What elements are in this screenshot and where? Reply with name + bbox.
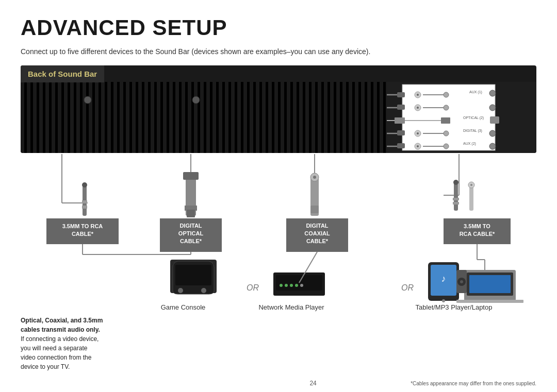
- svg-point-19: [444, 105, 449, 110]
- svg-point-38: [417, 145, 419, 147]
- svg-point-94: [280, 284, 283, 287]
- svg-text:AUX (2): AUX (2): [463, 142, 476, 146]
- svg-point-20: [489, 105, 496, 111]
- svg-rect-52: [82, 206, 87, 209]
- notes-section: Optical, Coaxial, and 3.5mm cables trans…: [21, 316, 103, 371]
- svg-rect-67: [310, 206, 319, 213]
- svg-text:OR: OR: [247, 283, 259, 292]
- svg-rect-59: [187, 210, 195, 217]
- svg-rect-28: [397, 130, 405, 135]
- page-number: 24: [216, 380, 411, 387]
- svg-text:CABLE*: CABLE*: [306, 238, 329, 244]
- svg-text:DIGITAL: DIGITAL: [306, 223, 328, 229]
- svg-rect-76: [469, 185, 473, 211]
- svg-rect-2: [21, 82, 392, 153]
- svg-text:♪: ♪: [441, 274, 446, 284]
- svg-rect-72: [454, 182, 458, 211]
- svg-point-66: [313, 176, 316, 179]
- svg-point-90: [178, 288, 183, 293]
- svg-text:OR: OR: [401, 283, 414, 292]
- svg-point-11: [444, 92, 449, 97]
- bottom-bar: 24 *Cables appearance may differ from th…: [0, 380, 557, 387]
- svg-text:OPTICAL (2): OPTICAL (2): [463, 116, 484, 120]
- svg-point-91: [201, 288, 206, 293]
- soundbar-section: Back of Sound Bar: [21, 65, 536, 153]
- svg-rect-51: [82, 200, 87, 203]
- svg-rect-36: [397, 143, 405, 148]
- svg-rect-7: [397, 92, 405, 97]
- svg-text:CABLE*: CABLE*: [180, 238, 202, 244]
- svg-rect-89: [175, 265, 211, 285]
- svg-point-9: [417, 94, 419, 96]
- tablet-laptop-label: Tablet/MP3 Player/Laptop: [413, 303, 495, 311]
- subtitle-text: Connect up to five different devices to …: [21, 46, 536, 57]
- svg-point-109: [460, 280, 463, 283]
- svg-rect-105: [469, 275, 511, 293]
- svg-point-3: [84, 96, 91, 104]
- svg-text:DIGITAL: DIGITAL: [179, 223, 202, 229]
- svg-text:3.5MM TO: 3.5MM TO: [464, 223, 490, 229]
- svg-rect-22: [395, 117, 405, 124]
- svg-text:CABLE*: CABLE*: [72, 231, 94, 237]
- svg-point-40: [444, 144, 449, 149]
- footnote: *Cables appearance may differ from the o…: [411, 381, 536, 386]
- svg-rect-15: [397, 105, 405, 110]
- svg-point-50: [82, 182, 87, 188]
- svg-point-30: [417, 132, 419, 134]
- svg-point-78: [470, 184, 472, 186]
- diagram-container: 3.5MM TO RCA CABLE* DIGITAL OPTICAL CABL…: [21, 154, 536, 314]
- svg-text:COAXIAL: COAXIAL: [304, 230, 330, 236]
- svg-text:OPTICAL: OPTICAL: [178, 230, 204, 236]
- svg-rect-75: [453, 202, 459, 204]
- notes-bold: Optical, Coaxial, and 3.5mm cables trans…: [21, 317, 103, 333]
- svg-point-32: [444, 131, 449, 136]
- svg-rect-106: [456, 300, 523, 303]
- svg-text:AUX (1): AUX (1): [469, 90, 482, 94]
- svg-point-101: [442, 299, 445, 302]
- svg-rect-74: [453, 198, 459, 200]
- svg-text:3.5MM TO RCA: 3.5MM TO RCA: [62, 223, 103, 229]
- svg-text:DIGITAL (3): DIGITAL (3): [463, 129, 482, 133]
- svg-point-98: [300, 284, 303, 287]
- game-console-label: Game Console: [157, 303, 209, 311]
- svg-rect-26: [490, 116, 499, 124]
- network-player-label: Network Media Player: [258, 303, 325, 311]
- svg-text:RCA CABLE*: RCA CABLE*: [460, 231, 495, 237]
- connector-panel-svg: AUX (1) OPTICAL (2): [387, 82, 536, 153]
- soundbar-label: Back of Sound Bar: [21, 65, 104, 82]
- svg-point-42: [489, 143, 496, 149]
- page-title: ADVANCED SETUP: [21, 15, 536, 40]
- svg-point-17: [417, 107, 419, 109]
- svg-rect-57: [183, 172, 199, 180]
- svg-rect-24: [441, 117, 450, 124]
- svg-point-4: [192, 96, 200, 104]
- svg-point-73: [453, 180, 458, 185]
- svg-point-95: [285, 284, 288, 287]
- notes-regular: If connecting a video device, you will n…: [21, 335, 99, 370]
- svg-point-13: [489, 90, 496, 96]
- grille-pattern: [21, 82, 392, 153]
- main-diagram-svg: 3.5MM TO RCA CABLE* DIGITAL OPTICAL CABL…: [21, 154, 536, 314]
- svg-point-96: [290, 284, 293, 287]
- svg-point-34: [489, 130, 496, 137]
- svg-point-97: [295, 284, 298, 287]
